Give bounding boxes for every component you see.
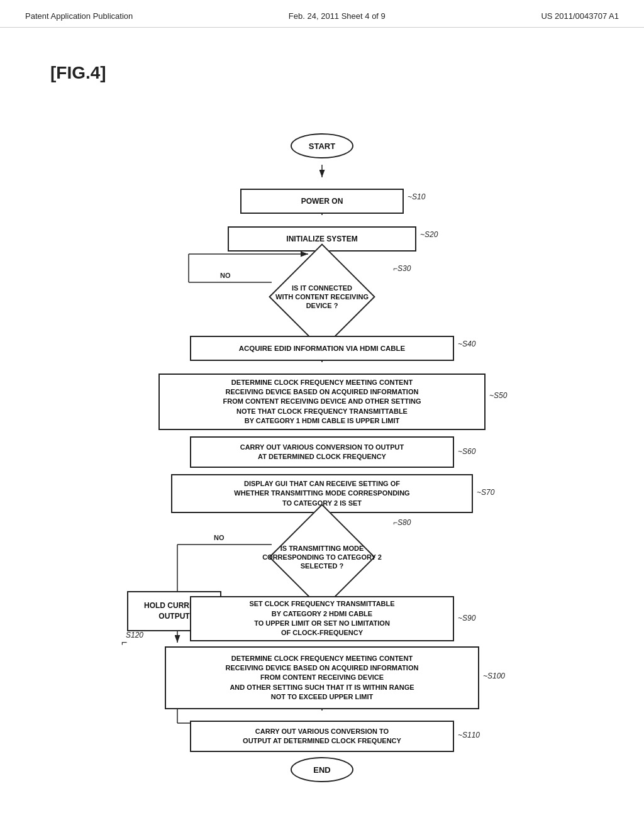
- s80-text: IS TRANSMITTING MODECORRESPONDING TO CAT…: [242, 526, 402, 589]
- page-header: Patent Application Publication Feb. 24, …: [0, 0, 644, 28]
- header-left: Patent Application Publication: [25, 11, 133, 21]
- s50-label: ~S50: [489, 391, 507, 400]
- s110-node: CARRY OUT VARIOUS CONVERSION TOOUTPUT AT…: [190, 721, 454, 752]
- s10-label: ~S10: [408, 192, 425, 201]
- s40-label: ~S40: [458, 340, 475, 348]
- s100-node: DETERMINE CLOCK FREQUENCY MEETING CONTEN…: [165, 646, 479, 709]
- s70-label: ~S70: [477, 488, 494, 497]
- start-node: START: [291, 133, 353, 158]
- s50-node: DETERMINE CLOCK FREQUENCY MEETING CONTEN…: [158, 374, 486, 430]
- end-node: END: [291, 757, 353, 782]
- s80-label: ⌐S80: [393, 518, 411, 527]
- s20-label: ~S20: [420, 230, 438, 239]
- s110-label: ~S110: [458, 731, 480, 739]
- s60-node: CARRY OUT VARIOUS CONVERSION TO OUTPUTAT…: [190, 436, 454, 468]
- svg-text:S120: S120: [126, 631, 143, 639]
- header-right: US 2011/0043707 A1: [541, 11, 619, 21]
- s30-label: ⌐S30: [393, 264, 411, 273]
- header-middle: Feb. 24, 2011 Sheet 4 of 9: [289, 11, 386, 21]
- svg-text:NO: NO: [214, 534, 225, 541]
- s90-label: ~S90: [458, 614, 475, 622]
- s60-label: ~S60: [458, 447, 475, 456]
- s10-node: POWER ON: [240, 189, 404, 214]
- svg-text:NO: NO: [220, 272, 231, 279]
- s30-text: IS IT CONNECTEDWITH CONTENT RECEIVINGDEV…: [247, 267, 397, 327]
- s40-node: ACQUIRE EDID INFORMATION VIA HDMI CABLE: [190, 336, 454, 361]
- s100-label: ~S100: [483, 672, 505, 680]
- s90-node: SET CLOCK FREQUENCY TRANSMITTABLE BY CAT…: [190, 596, 454, 641]
- svg-text:⌐: ⌐: [121, 637, 127, 648]
